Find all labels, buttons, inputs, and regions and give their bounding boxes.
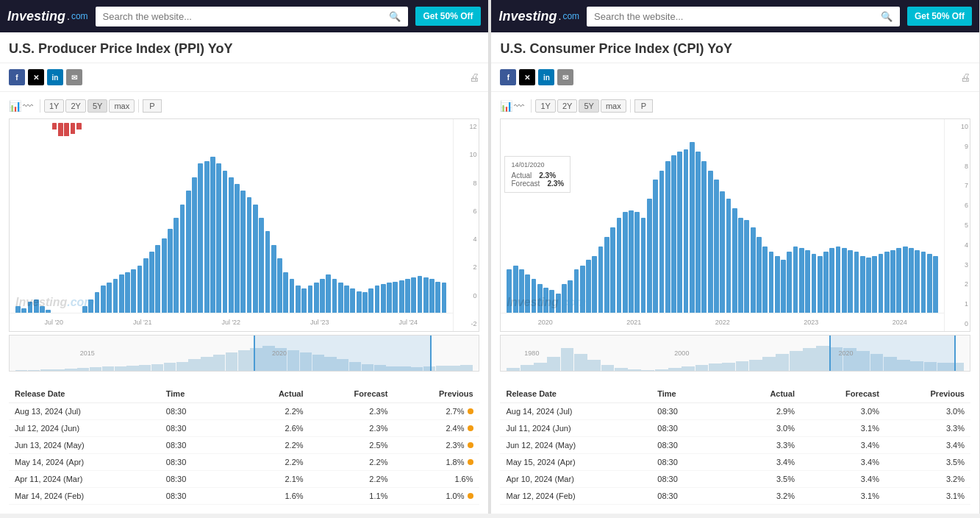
right-watermark: Investing.com <box>507 296 586 309</box>
chart-bar <box>399 280 404 313</box>
mini-bar <box>15 370 27 371</box>
chart-bar <box>879 254 884 313</box>
mini-bar <box>776 354 789 371</box>
right-email-button[interactable]: ✉ <box>557 69 573 85</box>
chart-bar <box>634 212 640 313</box>
cell-empty <box>220 471 242 488</box>
chart-bar <box>812 254 817 313</box>
tooltip-forecast-row: Forecast 2.3% <box>511 180 564 188</box>
chart-bar <box>344 285 349 313</box>
chart-sep-2 <box>138 99 139 113</box>
chart-bar <box>659 171 665 313</box>
tooltip-actual-label: Actual <box>511 171 532 180</box>
chart-bar <box>909 248 914 313</box>
mini-bar <box>601 365 615 371</box>
left-search-bar[interactable]: 🔍 <box>96 7 409 26</box>
right-chart-btn-2y[interactable]: 2Y <box>557 99 577 113</box>
left-y-axis: 12 10 8 6 4 2 0 -2 <box>453 119 479 331</box>
left-page-title: U.S. Producer Price Index (PPI) YoY <box>0 32 488 63</box>
right-chart-btn-p[interactable]: P <box>634 99 653 113</box>
y-label-4: 4 <box>455 235 477 243</box>
chart-btn-2y[interactable]: 2Y <box>65 99 85 113</box>
left-table-container: Release Date Time Actual Forecast Previo… <box>0 385 488 514</box>
y-label-2: 2 <box>455 263 477 271</box>
chart-bar <box>174 218 179 313</box>
print-icon[interactable]: 🖨 <box>469 71 479 83</box>
chart-btn-max[interactable]: max <box>109 99 135 113</box>
email-button[interactable]: ✉ <box>66 69 82 85</box>
chart-bar <box>690 142 695 313</box>
right-th-time: Time <box>651 385 711 403</box>
mini-bar <box>460 365 472 371</box>
chart-bar <box>283 272 288 313</box>
right-facebook-button[interactable]: f <box>500 69 516 85</box>
right-header: Investing . com 🔍 Get 50% Off <box>491 0 979 32</box>
right-search-icon: 🔍 <box>881 11 893 22</box>
chart-bar <box>64 123 69 136</box>
chart-bar <box>387 283 392 313</box>
right-search-bar[interactable]: 🔍 <box>587 7 900 26</box>
cell-previous: 2.3% <box>393 437 479 454</box>
chart-btn-1y[interactable]: 1Y <box>44 99 64 113</box>
chart-bar <box>350 288 355 313</box>
chart-bar <box>641 218 646 313</box>
linkedin-button[interactable]: in <box>47 69 63 85</box>
right-chart-btn-5y[interactable]: 5Y <box>579 99 598 113</box>
chart-bar <box>665 161 670 313</box>
chart-bar <box>155 245 160 313</box>
right-search-input[interactable] <box>594 11 881 22</box>
right-x-label-2: 2021 <box>626 319 641 326</box>
chart-bar <box>240 191 246 313</box>
right-chart-btn-max[interactable]: max <box>601 99 626 113</box>
cell-previous: 1.0% <box>393 488 479 505</box>
right-cta-button[interactable]: Get 50% Off <box>907 7 972 26</box>
right-mini-label-2020: 2020 <box>838 350 853 357</box>
chart-bar <box>903 246 908 313</box>
right-twitter-button[interactable]: ✕ <box>519 69 535 85</box>
chart-bar <box>623 212 628 313</box>
chart-bar <box>915 250 920 313</box>
facebook-button[interactable]: f <box>9 69 25 85</box>
twitter-button[interactable]: ✕ <box>28 69 44 85</box>
chart-btn-p[interactable]: P <box>143 99 161 113</box>
cell-empty <box>220 437 242 454</box>
right-y-label-6: 6 <box>946 202 968 209</box>
cell-actual: 3.2% <box>733 488 801 505</box>
line-chart-icon[interactable]: 〰 <box>23 100 33 112</box>
left-social-icons: f ✕ in ✉ <box>9 69 82 85</box>
cell-actual: 3.0% <box>733 420 801 437</box>
left-x-axis: Jul '20 Jul '21 Jul '22 Jul '23 Jul '24 <box>10 313 453 331</box>
bar-chart-icon[interactable]: 📊 <box>9 100 21 112</box>
cell-date: May 15, 2024 (Apr) <box>500 454 651 471</box>
left-cta-button[interactable]: Get 50% Off <box>415 7 480 26</box>
mini-bar <box>139 365 151 371</box>
right-print-icon[interactable]: 🖨 <box>960 71 970 83</box>
right-linkedin-button[interactable]: in <box>538 69 554 85</box>
right-chart-btn-1y[interactable]: 1Y <box>535 99 555 113</box>
chart-bar <box>829 248 834 313</box>
right-line-chart-icon[interactable]: 〰 <box>514 100 524 112</box>
cell-previous: 1.8% <box>393 454 479 471</box>
cell-time: 08:30 <box>651 488 711 505</box>
table-row: Jul 12, 2024 (Jun) 08:30 2.6% 2.3% 2.4% <box>9 420 479 437</box>
left-search-input[interactable] <box>103 11 390 22</box>
cell-empty <box>220 488 242 505</box>
mini-bar <box>790 351 803 371</box>
chart-btn-5y[interactable]: 5Y <box>87 99 107 113</box>
right-chart-tooltip: 14/01/2020 Actual 2.3% Forecast 2.3% <box>504 156 571 193</box>
status-dot <box>468 408 473 414</box>
mini-bar <box>188 359 200 371</box>
chart-bar <box>762 246 768 313</box>
chart-bar <box>229 177 234 313</box>
right-table-container: Release Date Time Actual Forecast Previo… <box>491 385 979 514</box>
right-bar-chart-icon[interactable]: 📊 <box>500 100 512 112</box>
cell-forecast: 3.4% <box>801 454 885 471</box>
mini-bar <box>628 369 641 371</box>
cell-time: 08:30 <box>160 403 220 420</box>
cell-empty <box>220 403 242 420</box>
chart-bar <box>442 283 447 313</box>
chart-bar <box>684 149 689 313</box>
chart-bar <box>411 277 416 313</box>
chart-bar <box>418 276 423 313</box>
right-y-axis: 10 9 8 7 6 5 4 3 2 1 0 <box>944 119 970 331</box>
